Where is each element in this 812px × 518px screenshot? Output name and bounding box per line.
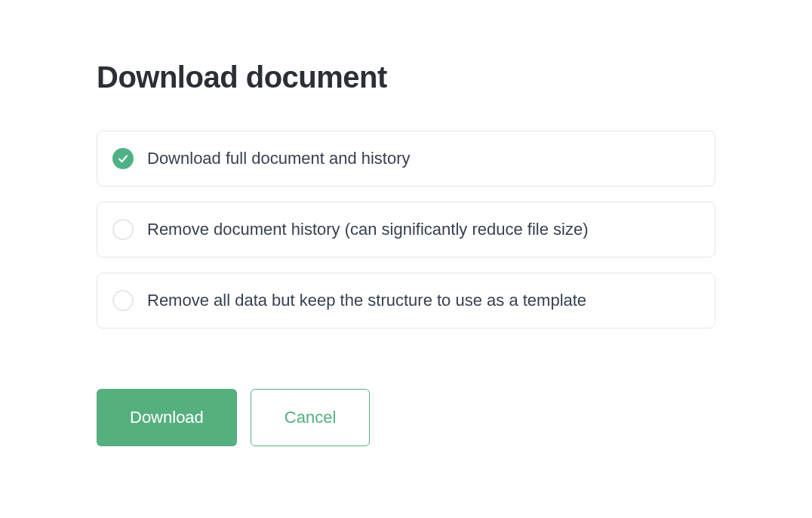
option-label: Download full document and history (147, 149, 411, 168)
radio-unselected-icon (112, 290, 134, 311)
option-template[interactable]: Remove all data but keep the structure t… (97, 273, 715, 328)
download-dialog: Download document Download full document… (0, 0, 812, 507)
radio-selected-icon (112, 148, 134, 169)
cancel-button[interactable]: Cancel (251, 389, 370, 446)
checkmark-icon (117, 153, 129, 165)
dialog-actions: Download Cancel (97, 389, 715, 446)
option-label: Remove document history (can significant… (147, 220, 588, 239)
dialog-title: Download document (97, 60, 715, 94)
option-label: Remove all data but keep the structure t… (147, 291, 586, 310)
download-button[interactable]: Download (97, 389, 237, 446)
option-full-document[interactable]: Download full document and history (97, 131, 715, 187)
options-group: Download full document and history Remov… (97, 131, 715, 328)
option-remove-history[interactable]: Remove document history (can significant… (97, 202, 715, 257)
radio-unselected-icon (112, 219, 134, 240)
